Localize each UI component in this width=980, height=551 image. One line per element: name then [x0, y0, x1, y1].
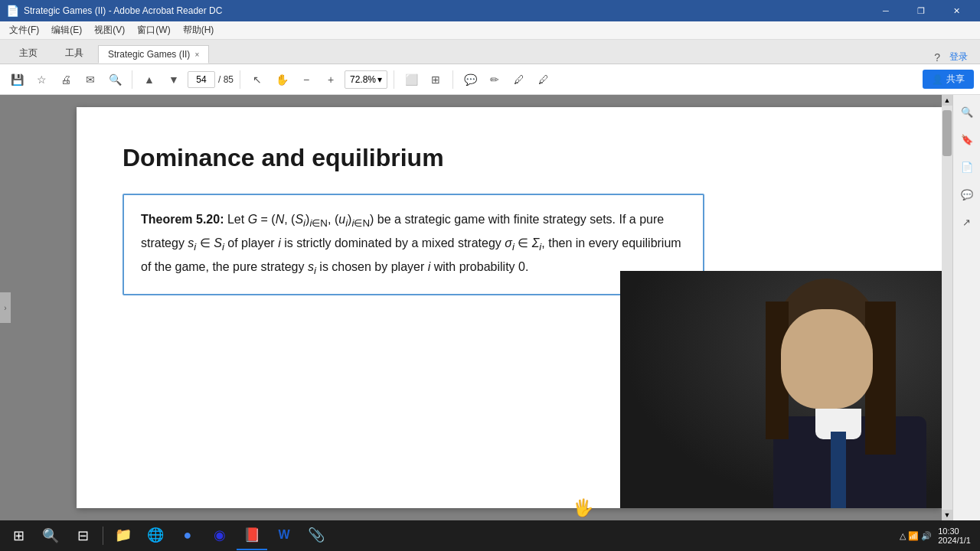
menu-file[interactable]: 文件(F): [3, 22, 45, 38]
pen-button[interactable]: ✏: [484, 69, 505, 90]
vertical-scrollbar[interactable]: ▲ ▼: [942, 95, 952, 520]
menu-view[interactable]: 视图(V): [88, 22, 131, 38]
taskbar-other[interactable]: 📎: [301, 521, 332, 550]
hand-tool-button[interactable]: ✋: [271, 69, 292, 90]
content-area: › Dominance and equilibrium Theorem 5.20…: [0, 95, 980, 520]
scrollbar-thumb[interactable]: [942, 110, 952, 156]
minimize-button[interactable]: ─: [868, 0, 903, 21]
toolbar-separator-4: [452, 70, 453, 89]
tab-tools[interactable]: 工具: [52, 43, 96, 64]
next-page-button[interactable]: ▼: [163, 69, 185, 90]
prev-page-button[interactable]: ▲: [139, 69, 160, 90]
menu-help[interactable]: 帮助(H): [177, 22, 220, 38]
zoom-in-button[interactable]: +: [320, 69, 341, 90]
zoom-level-dropdown[interactable]: 72.8% ▾: [345, 70, 387, 89]
sidebar-toggle[interactable]: ›: [0, 292, 11, 323]
taskbar-explorer[interactable]: 📁: [108, 521, 139, 550]
webcam-overlay: [620, 271, 942, 508]
taskbar-separator: [103, 527, 103, 545]
comment-button[interactable]: 💬: [459, 69, 481, 90]
zoom-arrow-icon: ▾: [377, 74, 382, 85]
page-input-group: / 85: [188, 71, 234, 88]
menu-edit[interactable]: 编辑(E): [45, 22, 88, 38]
task-view-button[interactable]: ⊟: [67, 521, 98, 550]
right-panel-pages[interactable]: 📄: [956, 156, 978, 178]
email-button[interactable]: ✉: [80, 69, 101, 90]
taskbar-acrobat[interactable]: 📕: [237, 521, 267, 550]
tab-doc-label: Strategic Games (II): [108, 49, 190, 60]
taskbar-word[interactable]: W: [269, 521, 299, 550]
search-button[interactable]: 🔍: [104, 69, 126, 90]
toolbar-separator-3: [394, 70, 394, 89]
help-button[interactable]: ?: [934, 51, 940, 64]
maximize-button[interactable]: ❐: [903, 0, 939, 21]
taskbar-edge[interactable]: 🌐: [140, 521, 171, 550]
theorem-label: Theorem 5.20:: [141, 213, 224, 226]
scroll-up-button[interactable]: ▲: [942, 95, 952, 106]
taskbar-baidu[interactable]: ◉: [204, 521, 235, 550]
print-button[interactable]: 🖨: [55, 69, 77, 90]
page-total: / 85: [218, 74, 234, 85]
marquee-zoom-button[interactable]: ⬜: [400, 69, 422, 90]
tab-document[interactable]: Strategic Games (II) ×: [98, 45, 209, 64]
menu-window[interactable]: 窗口(W): [131, 22, 176, 38]
zoom-out-button[interactable]: −: [296, 69, 317, 90]
save-button[interactable]: 💾: [6, 69, 28, 90]
scroll-down-button[interactable]: ▼: [942, 510, 952, 520]
tab-home[interactable]: 主页: [6, 43, 51, 64]
right-sidebar: 🔍 🔖 📄 💬 ↗: [952, 95, 980, 520]
share-icon: 👤: [932, 74, 943, 85]
taskbar: ⊞ 🔍 ⊟ 📁 🌐 ● ◉ 📕 W 📎 △ 📶 🔊 10:302024/1/1: [0, 520, 980, 551]
right-panel-comment[interactable]: 💬: [956, 184, 978, 205]
toolbar: 💾 ☆ 🖨 ✉ 🔍 ▲ ▼ / 85 ↖ ✋ − + 72.8% ▾ ⬜ ⊞ 💬…: [0, 64, 980, 95]
app-icon: 📄: [6, 5, 19, 17]
tab-close-button[interactable]: ×: [194, 51, 199, 59]
menubar: 文件(F) 编辑(E) 视图(V) 窗口(W) 帮助(H): [0, 21, 980, 40]
share-button[interactable]: 👤 共享: [923, 70, 974, 89]
bookmark-button[interactable]: ☆: [31, 69, 52, 90]
titlebar: 📄 Strategic Games (II) - Adobe Acrobat R…: [0, 0, 980, 21]
right-panel-zoom[interactable]: 🔍: [956, 101, 978, 122]
page-number-input[interactable]: [188, 71, 215, 88]
window-title: Strategic Games (II) - Adobe Acrobat Rea…: [24, 5, 868, 16]
theorem-box: Theorem 5.20: Let G = (N, (Si)i∈N, (ui)i…: [122, 194, 704, 295]
toolbar-separator-1: [132, 70, 132, 89]
stamp-button[interactable]: 🖊: [533, 69, 554, 90]
share-label: 共享: [946, 73, 965, 86]
right-panel-export[interactable]: ↗: [956, 211, 978, 233]
taskbar-search[interactable]: 🔍: [35, 521, 66, 550]
page-title: Dominance and equilibrium: [122, 144, 896, 172]
taskbar-system-tray: △ 📶 🔊 10:302024/1/1: [900, 527, 977, 545]
zoom-level-value: 72.8%: [350, 74, 376, 85]
taskbar-chrome[interactable]: ●: [172, 521, 203, 550]
snap-button[interactable]: ⊞: [425, 69, 446, 90]
system-tray-icons: △ 📶 🔊: [900, 531, 932, 541]
toolbar-separator-2: [240, 70, 240, 89]
start-button[interactable]: ⊞: [3, 521, 34, 550]
highlight-button[interactable]: 🖊: [508, 69, 530, 90]
signin-button[interactable]: 登录: [949, 51, 968, 64]
close-button[interactable]: ✕: [939, 0, 974, 21]
cursor-tool-button[interactable]: ↖: [247, 69, 268, 90]
tabbar: 主页 工具 Strategic Games (II) × ? 登录: [0, 40, 980, 64]
clock: 10:302024/1/1: [938, 527, 971, 545]
right-panel-bookmark[interactable]: 🔖: [956, 129, 978, 150]
